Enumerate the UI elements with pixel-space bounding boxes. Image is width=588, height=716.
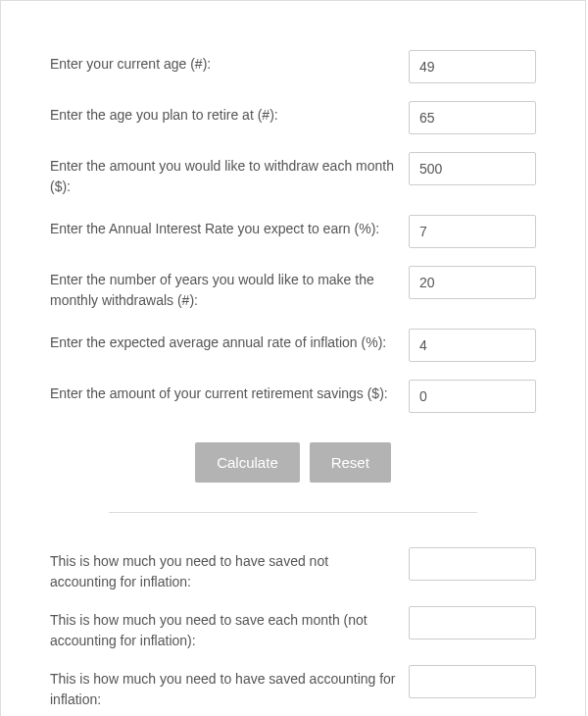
label-inflation-rate: Enter the expected average annual rate o… xyxy=(50,329,397,353)
label-monthly-no-inflation: This is how much you need to save each m… xyxy=(50,606,397,651)
input-interest-rate[interactable] xyxy=(409,215,536,248)
row-current-age: Enter your current age (#): xyxy=(50,50,536,83)
calculator-form: Enter your current age (#): Enter the ag… xyxy=(0,0,586,716)
row-inflation-rate: Enter the expected average annual rate o… xyxy=(50,329,536,362)
results-section: This is how much you need to have saved … xyxy=(50,547,536,716)
row-monthly-no-inflation: This is how much you need to save each m… xyxy=(50,606,536,651)
label-years-withdraw: Enter the number of years you would like… xyxy=(50,266,397,311)
input-current-savings[interactable] xyxy=(409,380,536,413)
output-saved-with-inflation[interactable] xyxy=(409,665,536,698)
reset-button[interactable]: Reset xyxy=(310,442,391,483)
label-interest-rate: Enter the Annual Interest Rate you expec… xyxy=(50,215,397,239)
row-retire-age: Enter the age you plan to retire at (#): xyxy=(50,101,536,134)
input-current-age[interactable] xyxy=(409,50,536,83)
output-monthly-no-inflation[interactable] xyxy=(409,606,536,639)
divider xyxy=(109,512,477,513)
label-saved-no-inflation: This is how much you need to have saved … xyxy=(50,547,397,592)
label-withdraw-amount: Enter the amount you would like to withd… xyxy=(50,152,397,197)
row-interest-rate: Enter the Annual Interest Rate you expec… xyxy=(50,215,536,248)
button-row: Calculate Reset xyxy=(50,442,536,483)
label-saved-with-inflation: This is how much you need to have saved … xyxy=(50,665,397,710)
label-retire-age: Enter the age you plan to retire at (#): xyxy=(50,101,397,126)
input-retire-age[interactable] xyxy=(409,101,536,134)
input-years-withdraw[interactable] xyxy=(409,266,536,299)
output-saved-no-inflation[interactable] xyxy=(409,547,536,581)
input-inflation-rate[interactable] xyxy=(409,329,536,362)
row-years-withdraw: Enter the number of years you would like… xyxy=(50,266,536,311)
row-saved-with-inflation: This is how much you need to have saved … xyxy=(50,665,536,710)
row-withdraw-amount: Enter the amount you would like to withd… xyxy=(50,152,536,197)
row-current-savings: Enter the amount of your current retirem… xyxy=(50,380,536,413)
calculate-button[interactable]: Calculate xyxy=(195,442,300,483)
input-withdraw-amount[interactable] xyxy=(409,152,536,185)
label-current-age: Enter your current age (#): xyxy=(50,50,397,75)
label-current-savings: Enter the amount of your current retirem… xyxy=(50,380,397,404)
row-saved-no-inflation: This is how much you need to have saved … xyxy=(50,547,536,592)
